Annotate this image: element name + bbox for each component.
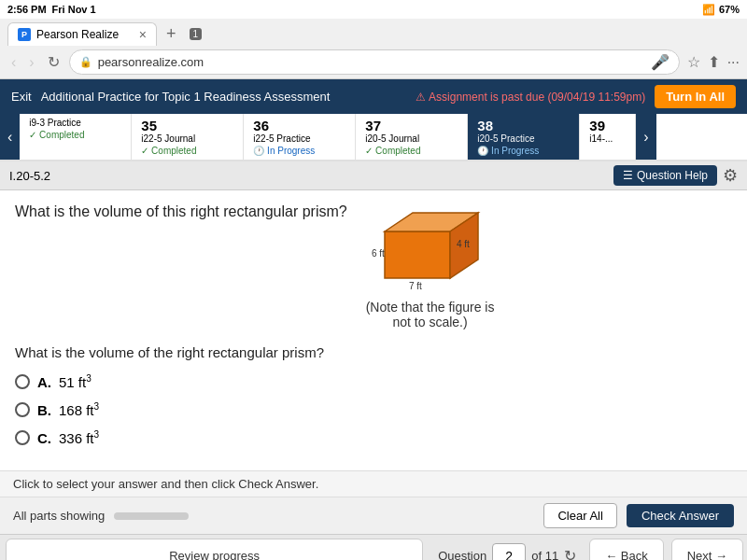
parts-progress-bar	[114, 512, 189, 520]
answer-action-bar: All parts showing Clear All Check Answer	[0, 497, 747, 534]
header-title: Additional Practice for Topic 1 Readines…	[41, 90, 407, 104]
assignment-tab-6[interactable]: 39 i14-...	[580, 114, 636, 160]
radio-c[interactable]	[15, 430, 30, 445]
choice-a-label: A.	[37, 374, 51, 390]
svg-text:4 ft: 4 ft	[457, 239, 470, 249]
status-bar: 2:56 PM Fri Nov 1 📶 67%	[0, 0, 747, 19]
due-badge: ⚠ Assignment is past due (09/04/19 11:59…	[416, 91, 645, 104]
question-id: I.20-5.2	[9, 169, 50, 183]
tab-label: Pearson Realize	[36, 28, 119, 41]
check-answer-button[interactable]: Check Answer	[627, 504, 734, 527]
clear-all-button[interactable]: Clear All	[543, 503, 616, 528]
assignment-tab-4[interactable]: 37 i20-5 Journal ✓ Completed	[356, 114, 468, 160]
answer-choice-b[interactable]: B. 168 ft3	[15, 401, 732, 418]
tab-favicon: P	[18, 28, 31, 41]
settings-button[interactable]: ⚙	[723, 165, 738, 186]
answer-choice-a[interactable]: A. 51 ft3	[15, 373, 732, 390]
list-icon: ☰	[623, 169, 633, 182]
svg-marker-0	[385, 231, 450, 278]
question-number-input[interactable]	[492, 543, 526, 561]
back-nav-button[interactable]: ‹	[7, 52, 20, 73]
question-figure: What is the volume of this right rectang…	[15, 203, 732, 329]
radio-b[interactable]	[15, 402, 30, 417]
tab-bar: P Pearson Realize × + 1	[0, 19, 747, 46]
question-nav-label: Question	[438, 549, 486, 560]
back-button[interactable]: ← Back	[589, 539, 664, 560]
bottom-instruction: Click to select your answer and then cli…	[0, 470, 747, 497]
instruction-text: Click to select your answer and then cli…	[13, 477, 318, 491]
tab-count: 1	[190, 28, 203, 40]
lock-icon: 🔒	[79, 56, 92, 68]
more-options-icon[interactable]: ···	[727, 54, 740, 71]
date-display: Fri Nov 1	[52, 4, 96, 15]
review-progress-button[interactable]: Review progress	[6, 539, 423, 560]
tab-close-button[interactable]: ×	[139, 27, 147, 42]
svg-text:6 ft: 6 ft	[372, 248, 385, 259]
mic-icon[interactable]: 🎤	[651, 53, 669, 71]
app-header: Exit Additional Practice for Topic 1 Rea…	[0, 79, 747, 114]
question-help-button[interactable]: ☰ Question Help	[613, 165, 717, 186]
question-bar: I.20-5.2 ☰ Question Help ⚙	[0, 161, 747, 190]
new-tab-button[interactable]: +	[161, 24, 182, 44]
assignment-tab-5[interactable]: 38 i20-5 Practice 🕐 In Progress	[468, 114, 580, 160]
question-content: What is the volume of this right rectang…	[0, 190, 747, 470]
forward-nav-button[interactable]: ›	[25, 52, 37, 73]
address-bar[interactable]: 🔒 pearsonrealize.com 🎤	[69, 49, 680, 75]
figure-note: (Note that the figure isnot to scale.)	[366, 300, 495, 329]
time-display: 2:56 PM	[7, 4, 47, 15]
assignment-tab-2[interactable]: 35 i22-5 Journal ✓ Completed	[132, 114, 244, 160]
radio-a[interactable]	[15, 374, 30, 389]
nav-bar: ‹ › ↻ 🔒 pearsonrealize.com 🎤 ☆ ⬆ ···	[0, 46, 747, 78]
svg-text:7 ft: 7 ft	[409, 281, 422, 291]
choice-b-value: 168 ft3	[59, 401, 99, 418]
question-text: What is the volume of the right rectangu…	[15, 344, 732, 360]
wifi-icon: 📶	[702, 4, 715, 16]
parts-label: All parts showing	[13, 509, 105, 523]
choice-b-label: B.	[37, 402, 51, 418]
question-main-text: What is the volume of this right rectang…	[15, 203, 347, 220]
assignment-tabs: ‹ i9-3 Practice ✓ Completed 35 i22-5 Jou…	[0, 114, 747, 161]
choice-c-label: C.	[37, 430, 51, 446]
next-button[interactable]: Next →	[671, 539, 743, 560]
refresh-nav-button[interactable]: ↻	[44, 51, 63, 73]
choice-a-value: 51 ft3	[59, 373, 92, 390]
refresh-question-button[interactable]: ↻	[564, 547, 576, 560]
question-nav: Question of 11 ↻	[429, 535, 585, 560]
address-text: pearsonrealize.com	[98, 55, 645, 69]
assignment-tab-3[interactable]: 36 i22-5 Practice 🕐 In Progress	[244, 114, 356, 160]
battery-display: 67%	[719, 4, 740, 15]
prism-diagram: 6 ft 7 ft 4 ft	[366, 203, 487, 292]
assignment-tab-1[interactable]: i9-3 Practice ✓ Completed	[20, 114, 132, 160]
exit-button[interactable]: Exit	[11, 90, 32, 104]
tabs-prev-button[interactable]: ‹	[0, 114, 20, 160]
browser-tab[interactable]: P Pearson Realize ×	[7, 22, 157, 46]
turn-in-button[interactable]: Turn In All	[655, 85, 736, 108]
browser-chrome: P Pearson Realize × + 1 ‹ › ↻ 🔒 pearsonr…	[0, 19, 747, 79]
footer-nav: Review progress Question of 11 ↻ ← Back …	[0, 534, 747, 560]
question-of-label: of 11	[531, 549, 558, 560]
bookmark-icon[interactable]: ☆	[687, 53, 700, 71]
tabs-next-button[interactable]: ›	[636, 114, 655, 160]
share-icon[interactable]: ⬆	[708, 53, 720, 71]
answer-choice-c[interactable]: C. 336 ft3	[15, 429, 732, 446]
choice-c-value: 336 ft3	[59, 429, 99, 446]
